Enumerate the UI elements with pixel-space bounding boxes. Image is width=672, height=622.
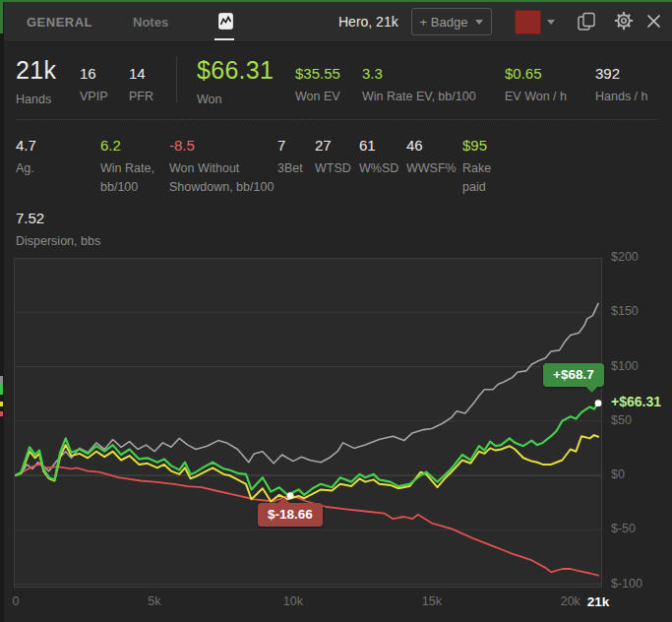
section-divider [176, 56, 177, 102]
close-button[interactable] [645, 13, 662, 32]
stat-value: 27 [315, 137, 351, 154]
swatch-chevron-down-icon[interactable] [547, 20, 555, 25]
stat-win-rate-ev: 3.3 Win Rate EV, bb/100 [362, 65, 476, 106]
popup-header: GENERAL Notes Hero, 21k + Badge [4, 2, 672, 42]
stat-won: $66.31 Won [197, 56, 274, 109]
y-tick-label: $-100 [611, 577, 642, 591]
stat-value: 21k [16, 56, 56, 85]
winnings-graph-panel [14, 258, 602, 588]
stat-value: 7 [277, 137, 303, 154]
tab-graph[interactable] [216, 13, 234, 32]
background-table-sliver [0, 2, 3, 33]
stat-label: Hands [16, 91, 56, 109]
y-tick-label: $0 [611, 467, 625, 481]
stat-label: Won EV [295, 88, 340, 106]
final-result-axis-label: +$66.31 [611, 394, 661, 409]
add-badge-button[interactable]: + Badge [411, 8, 492, 35]
copy-button[interactable] [577, 11, 596, 35]
active-tab-underline [214, 38, 234, 40]
stat-label: Win Rate, bb/100 [100, 159, 171, 198]
stat-label: Win Rate EV, bb/100 [362, 88, 476, 106]
stat-wsd: 61 W%SD [359, 137, 398, 178]
stat-won-ev: $35.55 Won EV [295, 65, 340, 106]
window-left-edge [0, 2, 4, 622]
stat-label: VPIP [80, 88, 108, 106]
tab-notes[interactable]: Notes [133, 15, 168, 30]
y-tick-label: $150 [611, 304, 639, 318]
background-graph-sliver [0, 384, 3, 395]
stat-value: $66.31 [197, 56, 274, 85]
settings-button[interactable] [614, 11, 634, 33]
stat-value: 16 [80, 65, 108, 82]
stat-value: -8.5 [169, 137, 287, 154]
x-tick-label: 15k [422, 594, 442, 608]
stat-label: Won [197, 91, 274, 109]
tooltip-text: +$68.7 [553, 367, 594, 382]
stat-label: Won Without Showdown, bb/100 [169, 159, 287, 198]
stat-value: $35.55 [295, 65, 340, 82]
stat-wtsd: 27 WTSD [315, 137, 351, 178]
stat-label: 3Bet [277, 159, 303, 178]
stat-value: 14 [129, 65, 153, 82]
background-graph-sliver [0, 376, 3, 384]
stat-label: WWSF% [406, 159, 457, 178]
y-tick-label: $-50 [611, 522, 636, 535]
stat-label: WTSD [315, 159, 351, 178]
background-graph-sliver [0, 411, 3, 416]
stat-ag: 4.7 Ag. [16, 137, 36, 178]
gear-icon [614, 19, 634, 33]
copy-icon [577, 21, 596, 35]
stat-label: Ag. [16, 159, 36, 178]
player-name: Hero, 21k [338, 14, 398, 30]
x-tick-label: 0 [13, 594, 20, 608]
x-tick-label: 21k [587, 594, 610, 609]
x-tick-label: 5k [148, 594, 160, 608]
stat-rake-paid: $95 Rake paid [462, 137, 506, 198]
dotted-divider [16, 119, 658, 120]
stat-value: 392 [595, 65, 648, 82]
stat-value: $95 [462, 137, 506, 154]
add-badge-label: + Badge [420, 15, 468, 30]
tooltip-text: $-18.66 [268, 507, 313, 522]
stat-label: Dispersion, bbs [16, 232, 100, 251]
stat-dispersion: 7.52 Dispersion, bbs [16, 210, 100, 251]
background-graph-sliver [0, 402, 3, 406]
red-line-value-tooltip: $-18.66 [258, 503, 323, 527]
line-chart-icon [216, 13, 234, 30]
stat-wwsf: 46 WWSF% [406, 137, 457, 178]
player-color-swatch[interactable] [515, 10, 541, 34]
stat-value: 7.52 [16, 210, 100, 226]
stat-label: W%SD [359, 159, 398, 178]
stat-label: Hands / h [595, 88, 648, 106]
stat-pfr: 14 PFR [129, 65, 153, 106]
stat-label: PFR [129, 88, 153, 106]
stat-value: 4.7 [16, 137, 36, 154]
stat-value: 46 [406, 137, 457, 154]
stat-vpip: 16 VPIP [80, 65, 108, 106]
stat-3bet: 7 3Bet [277, 137, 303, 178]
stat-value: $0.65 [505, 65, 567, 82]
green-line-value-tooltip: +$68.7 [543, 363, 604, 387]
chevron-down-icon [475, 20, 483, 25]
stat-label: EV Won / h [505, 88, 567, 106]
stat-value: 61 [359, 137, 398, 154]
x-tick-label: 10k [283, 594, 303, 608]
y-tick-label: $200 [611, 250, 639, 264]
stat-won-without-showdown: -8.5 Won Without Showdown, bb/100 [169, 137, 287, 198]
y-tick-label: $100 [611, 359, 639, 373]
hud-stats-popup: GENERAL Notes Hero, 21k + Badge [0, 0, 672, 622]
close-icon [645, 18, 662, 32]
stat-win-rate: 6.2 Win Rate, bb/100 [100, 137, 171, 198]
y-tick-label: $50 [611, 413, 632, 427]
stat-hands-h: 392 Hands / h [595, 65, 648, 106]
stat-value: 3.3 [362, 65, 476, 82]
tab-general[interactable]: GENERAL [27, 15, 92, 30]
stat-hands: 21k Hands [16, 56, 56, 109]
stat-value: 6.2 [100, 137, 171, 154]
x-tick-label: 20k [561, 594, 580, 608]
stat-ev-won-h: $0.65 EV Won / h [505, 65, 567, 106]
stat-label: Rake paid [462, 159, 506, 198]
